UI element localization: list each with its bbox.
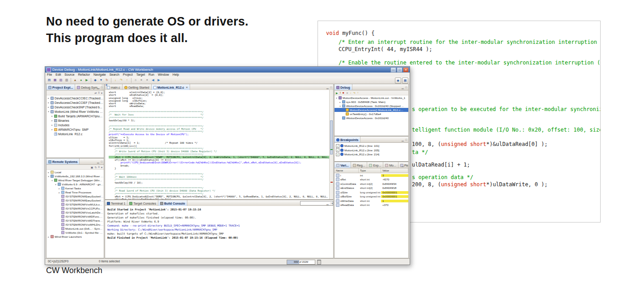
tree-item[interactable]: ▾VxWorks 6.9 : ARMARCH7 - gnu... (47, 182, 104, 186)
tree-item[interactable]: VxWorks (0x1 - Symbol file: W... (47, 231, 104, 235)
view-minmax-icons[interactable]: ▁ □ (97, 160, 103, 163)
tree-item[interactable]: /SYSTEM/ROM/VxxLatchDef.out... (47, 210, 104, 214)
run-icon[interactable]: ▶ (84, 77, 89, 83)
tree-item[interactable]: ▸DevAccessCheckCCIEF [Tracked b... (47, 100, 104, 105)
new-connection-icon[interactable]: ▣ (91, 166, 93, 169)
tab-reg[interactable]: Reg... (351, 162, 368, 168)
breakpoint-checkbox[interactable]: ✓ (336, 148, 339, 152)
tab-debug[interactable]: Debug (335, 84, 352, 90)
step-over-icon[interactable]: ↷ (119, 77, 124, 83)
column-header-type[interactable]: Type (359, 168, 381, 173)
tree-item[interactable]: ▸Real Time Processes (47, 190, 104, 194)
new-file-icon[interactable]: ▤ (47, 77, 52, 83)
breakpoint-checkbox[interactable]: ✓ (336, 153, 339, 156)
search-icon[interactable]: ○ (133, 77, 138, 83)
tab-project-expl[interactable]: Project Expl... (47, 84, 75, 90)
tree-item[interactable]: ▸sys-903 : 0x58f408 (Task: Main) (335, 100, 408, 104)
tree-item[interactable]: /SYSTEM/ROM/VxMDTransW.out... (47, 218, 104, 223)
application-perspective-icon[interactable]: ▦ (402, 77, 408, 84)
expand-arrow[interactable]: ▸ (339, 101, 341, 103)
tree-item[interactable]: ▸DevAccessCheckSNP [Tracked b... (47, 105, 104, 109)
expand-arrow[interactable]: ▸ (58, 187, 60, 190)
view-minmax-icons[interactable]: ▁ □ (402, 86, 407, 89)
menu-project[interactable]: Project (123, 73, 133, 76)
view-menu-icon[interactable]: ▾ (101, 166, 102, 169)
breakpoint-checkbox[interactable]: ✓ (336, 144, 339, 148)
build-console-output[interactable]: Build Started in Project 'MotionLink': 2… (105, 206, 333, 258)
editor-scrollbar[interactable] (329, 90, 333, 199)
tab-vari[interactable]: Vari... (335, 162, 351, 168)
tree-item[interactable]: MotionDeviceAccess() MotionLink_R12.c:..… (335, 108, 408, 112)
menu-search[interactable]: Search (110, 73, 119, 76)
view-menu-icon[interactable]: ▾ (101, 91, 102, 94)
menu-window[interactable]: Window (158, 73, 169, 76)
tree-item[interactable]: ▸Local (47, 170, 104, 174)
build-icon[interactable]: ▲ (72, 77, 78, 83)
tree-item[interactable]: ▾MotionDeviceAccess - MotionLink.out - V… (335, 96, 408, 100)
tree-item[interactable]: ▸ARMARCH7gnu_SMP (47, 127, 104, 132)
menu-navigate[interactable]: Navigate (93, 73, 106, 76)
print-icon[interactable]: ▥ (64, 77, 69, 83)
forward-icon[interactable]: ▶ (156, 77, 161, 83)
disconnect-icon[interactable]: ✕ (346, 91, 348, 94)
step-into-icon[interactable]: ↓ (350, 91, 352, 94)
menu-edit[interactable]: Edit (55, 73, 61, 76)
debug-icon[interactable]: ● (78, 77, 84, 83)
download-icon[interactable]: ▼ (98, 77, 104, 83)
expand-arrow[interactable]: ▸ (51, 115, 53, 117)
expand-arrow[interactable]: ▸ (51, 119, 53, 122)
back-icon[interactable]: ◀ (150, 77, 156, 83)
minimize-button[interactable]: — (390, 67, 396, 73)
expand-arrow[interactable]: ▸ (51, 128, 53, 131)
step-over-icon[interactable]: ↷ (353, 91, 356, 94)
close-icon[interactable]: ✕ (186, 86, 188, 89)
tree-item[interactable]: MotionLink_R12.c (47, 132, 104, 136)
menu-source[interactable]: Source (64, 73, 74, 76)
step-into-icon[interactable]: ↓ (113, 77, 118, 83)
view-minmax-icons[interactable]: ▁ □ (326, 86, 332, 89)
menu-refactor[interactable]: Refactor (78, 73, 90, 76)
tree-item[interactable]: tMotionDeviceAccess : 0x161b240 (335, 116, 408, 120)
tab-breakpoints[interactable]: Breakpoints (335, 137, 360, 142)
expand-arrow[interactable]: ▸ (58, 191, 60, 194)
maximize-button[interactable]: □ (397, 67, 402, 73)
column-header-value[interactable]: Value (381, 168, 408, 173)
expand-arrow[interactable]: ▸ (47, 171, 50, 174)
expand-arrow[interactable]: ▾ (51, 179, 53, 182)
tree-item[interactable]: ▸Includes (47, 123, 104, 127)
step-return-icon[interactable]: ↑ (124, 77, 130, 83)
tree-item[interactable]: ▾tMotionDeviceAccess : 0x161b240 (Stoppe… (335, 104, 408, 108)
expand-arrow[interactable]: ▸ (47, 97, 50, 99)
expand-arrow[interactable]: ▾ (335, 97, 338, 99)
view-minmax-icons[interactable]: ▁ □ (402, 163, 407, 167)
tree-item[interactable]: ▸Kernel Tasks (47, 186, 104, 190)
tree-item[interactable]: /SYSTEM/ROM/EasySocket/PCC... (47, 198, 104, 202)
editor-tab-getting-started[interactable]: Getting Started (123, 84, 152, 90)
terminate-icon[interactable]: ■ (343, 91, 344, 94)
collapse-all-icon[interactable]: ≡ (98, 91, 100, 94)
tree-item[interactable]: ▾VxWorks6x_192.168.3.3 (Wind River VxW..… (47, 174, 104, 178)
console-tab-build-console[interactable]: Build Console (158, 200, 187, 206)
breakpoint-item[interactable]: ✓MotionLink_R12.c [line: 101] (335, 144, 408, 148)
tree-item[interactable]: vxTaskEntry() - 0x17d6a4 (335, 112, 408, 116)
resume-icon[interactable]: ▶ (336, 91, 338, 94)
variable-row[interactable]: sReadDatashort int+370 (335, 203, 408, 208)
menu-target[interactable]: Target (136, 73, 145, 76)
expand-arrow[interactable]: ▾ (47, 175, 50, 178)
variable-row[interactable]: sEndStatusshort int[2]0x84049f18 (335, 186, 408, 191)
save-icon[interactable]: ▦ (52, 77, 58, 83)
tree-item[interactable]: ▸Build Targets (ARMARCH7gnu_SMP -... (47, 114, 104, 118)
save-all-icon[interactable]: ▧ (58, 77, 64, 83)
expand-arrow[interactable]: ▸ (47, 106, 50, 108)
expand-arrow[interactable]: ▾ (339, 105, 341, 107)
console-tab-target-consoles[interactable]: Target Consoles (127, 200, 158, 206)
expand-arrow[interactable]: ▸ (51, 124, 53, 126)
variable-row[interactable]: ulSizelong unsigned int0x00000001 (335, 190, 408, 195)
variable-row[interactable]: iint3 (335, 173, 408, 178)
column-header-name[interactable]: Name (335, 168, 359, 173)
editor-code[interactable]: short sControlData[2] = {0,0};short sEnd… (105, 90, 330, 199)
expand-arrow[interactable]: ▾ (55, 183, 57, 186)
tab-exp[interactable]: Exp... (367, 162, 383, 168)
view-minmax-icons[interactable]: ▁ □ (326, 201, 332, 205)
memory-gauge[interactable]: 66M of 152M (287, 260, 315, 265)
